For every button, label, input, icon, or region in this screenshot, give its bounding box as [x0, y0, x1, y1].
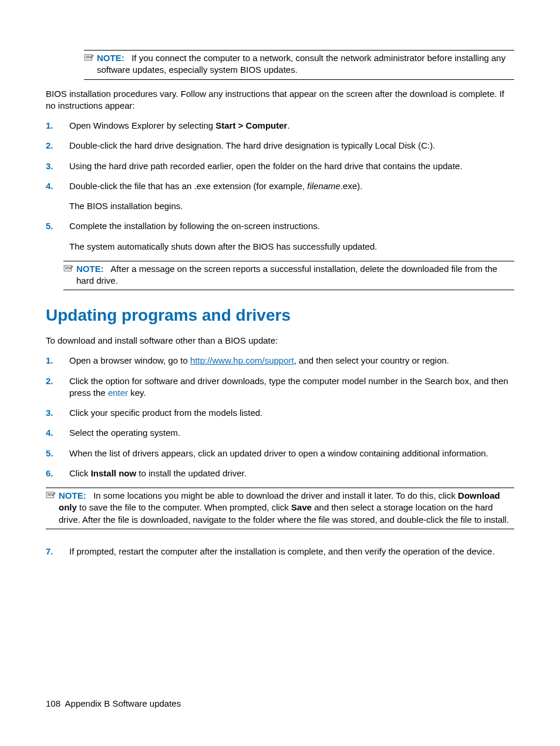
page-footer: 108 Appendix B Software updates: [46, 698, 181, 710]
note-label: NOTE:: [59, 490, 86, 500]
step-number: 6.: [46, 468, 69, 479]
bios-steps-list: 1. Open Windows Explorer by selecting St…: [46, 120, 514, 253]
note-body: If you connect the computer to a network…: [97, 53, 505, 75]
step-text: Complete the installation by following t…: [69, 220, 514, 253]
step-text: Using the hard drive path recorded earli…: [69, 160, 514, 172]
note-label: NOTE:: [76, 264, 104, 274]
note-icon: [63, 264, 76, 275]
list-item: 7. If prompted, restart the computer aft…: [46, 546, 514, 557]
list-item: 3. Using the hard drive path recorded ea…: [46, 160, 514, 172]
step-number: 3.: [46, 407, 69, 419]
step-number: 1.: [46, 120, 69, 132]
note-text: NOTE: If you connect the computer to a n…: [97, 52, 514, 76]
list-item: 6. Click Install now to install the upda…: [46, 468, 514, 537]
step-text: Double-click the file that has an .exe e…: [69, 180, 514, 213]
note-icon: [46, 491, 59, 502]
note-text: NOTE: After a message on the screen repo…: [76, 263, 514, 287]
note-icon: [84, 53, 97, 64]
step-sub-text: The system automatically shuts down afte…: [69, 241, 514, 253]
note-box-3: NOTE: In some locations you might be abl…: [46, 488, 514, 529]
step-number: 7.: [46, 546, 69, 557]
update-steps-list: 1. Open a browser window, go to http://w…: [46, 355, 514, 557]
list-item: 1. Open a browser window, go to http://w…: [46, 355, 514, 367]
step-text: Select the operating system.: [69, 427, 514, 439]
step-text: Open a browser window, go to http://www.…: [69, 355, 514, 367]
support-link[interactable]: http://www.hp.com/support: [190, 355, 294, 365]
step-text: If prompted, restart the computer after …: [69, 546, 514, 557]
step-number: 5.: [46, 448, 69, 459]
step-text: Click Install now to install the updated…: [69, 468, 514, 537]
step-text: Click the option for software and driver…: [69, 375, 514, 399]
note-text: NOTE: In some locations you might be abl…: [59, 490, 514, 526]
step-number: 1.: [46, 355, 69, 367]
note-body: After a message on the screen reports a …: [76, 264, 497, 285]
list-item: 4. Double-click the file that has an .ex…: [46, 180, 514, 213]
enter-key: enter: [108, 388, 128, 398]
intro-paragraph: BIOS installation procedures vary. Follo…: [46, 88, 514, 112]
list-item: 1. Open Windows Explorer by selecting St…: [46, 120, 514, 132]
step-text: When the list of drivers appears, click …: [69, 448, 514, 459]
list-item: 3. Click your specific product from the …: [46, 407, 514, 419]
section-heading: Updating programs and drivers: [46, 304, 514, 327]
step-number: 2.: [46, 375, 69, 387]
list-item: 5. When the list of drivers appears, cli…: [46, 448, 514, 459]
step-text: Click your specific product from the mod…: [69, 407, 514, 419]
step-text: Double-click the hard drive designation.…: [69, 140, 514, 152]
step-number: 4.: [46, 427, 69, 439]
page-number: 108: [46, 698, 60, 708]
step-number: 4.: [46, 180, 69, 192]
step-number: 5.: [46, 220, 69, 232]
list-item: 2. Double-click the hard drive designati…: [46, 140, 514, 152]
list-item: 4. Select the operating system.: [46, 427, 514, 439]
intro2-paragraph: To download and install software other t…: [46, 335, 514, 347]
note-box-2: NOTE: After a message on the screen repo…: [63, 261, 514, 291]
step-text: Open Windows Explorer by selecting Start…: [69, 120, 514, 132]
list-item: 2. Click the option for software and dri…: [46, 375, 514, 399]
step-number: 3.: [46, 160, 69, 172]
step-number: 2.: [46, 140, 69, 152]
step-sub-text: The BIOS installation begins.: [69, 200, 514, 212]
note-label: NOTE:: [97, 53, 124, 63]
note-box-1: NOTE: If you connect the computer to a n…: [84, 50, 514, 80]
list-item: 5. Complete the installation by followin…: [46, 220, 514, 253]
footer-section: Appendix B Software updates: [65, 698, 181, 708]
